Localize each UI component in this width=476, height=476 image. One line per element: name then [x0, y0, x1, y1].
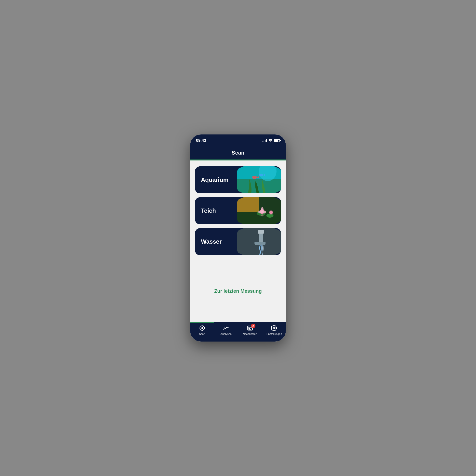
svg-point-17: [269, 210, 272, 214]
tab-scan-label: Scan: [199, 332, 205, 335]
wasser-card[interactable]: Wasser: [195, 228, 281, 255]
signal-icon: [262, 139, 267, 142]
tab-analysen-label: Analysen: [221, 332, 232, 335]
svg-rect-27: [258, 230, 264, 234]
page-title: Scan: [190, 150, 286, 159]
svg-point-7: [259, 174, 263, 176]
battery-icon: [274, 139, 280, 142]
svg-point-5: [252, 176, 257, 179]
main-content: Aquarium: [190, 160, 286, 322]
tab-nachrichten[interactable]: 2 Nachrichten: [238, 325, 262, 335]
einstellungen-icon: [270, 325, 277, 331]
svg-rect-26: [255, 242, 266, 245]
tab-einstellungen-label: Einstellungen: [266, 332, 282, 335]
teich-card[interactable]: Teich: [195, 197, 281, 224]
svg-point-20: [262, 210, 266, 213]
wifi-icon: [268, 139, 272, 143]
last-measurement-area: Zur letzten Messung: [195, 264, 281, 318]
tab-bar-accent: [190, 322, 214, 323]
analysen-icon: [222, 325, 229, 331]
aquarium-card-label: Aquarium: [201, 176, 228, 183]
svg-point-15: [267, 214, 273, 218]
tab-scan[interactable]: Scan: [190, 325, 214, 335]
status-time: 09:43: [196, 138, 206, 143]
teich-card-label: Teich: [201, 207, 216, 214]
tab-bar: Scan Analysen 2: [190, 322, 286, 341]
status-icons: [262, 139, 280, 143]
svg-point-35: [273, 327, 275, 329]
svg-point-21: [261, 214, 264, 216]
wasser-card-label: Wasser: [201, 238, 222, 245]
nachrichten-icon: 2: [247, 325, 254, 331]
aquarium-card[interactable]: Aquarium: [195, 166, 281, 193]
last-measurement-link[interactable]: Zur letzten Messung: [214, 288, 262, 294]
scan-icon: [199, 325, 206, 331]
svg-point-28: [202, 327, 203, 329]
nachrichten-badge: 2: [251, 324, 255, 328]
svg-rect-13: [237, 197, 259, 212]
header: Scan: [190, 147, 286, 160]
tab-analysen[interactable]: Analysen: [214, 325, 238, 335]
tab-nachrichten-label: Nachrichten: [243, 332, 257, 335]
status-bar: 09:43: [190, 135, 286, 147]
tab-einstellungen[interactable]: Einstellungen: [262, 325, 286, 335]
phone-frame: 09:43 Scan: [190, 135, 286, 341]
